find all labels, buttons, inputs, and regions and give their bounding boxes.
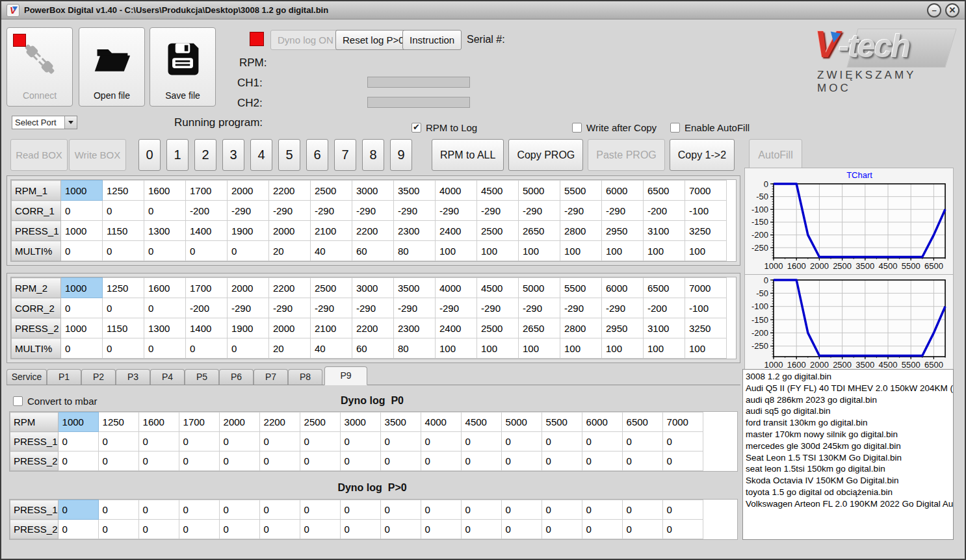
cell-MULTI%-14[interactable]: 100: [644, 241, 685, 261]
cell-PRESS_1-15[interactable]: 0: [662, 432, 703, 452]
cell-RPM-4[interactable]: 2000: [219, 413, 259, 432]
cell-PRESS_2-9[interactable]: 0: [421, 452, 461, 471]
cell-RPM-15[interactable]: 7000: [662, 413, 703, 432]
cell-MULTI%-1[interactable]: 0: [103, 241, 144, 261]
cell-RPM_2-12[interactable]: 5500: [560, 278, 602, 298]
cell-PRESS_2-2[interactable]: 0: [138, 520, 179, 539]
cell-CORR_2-14[interactable]: -200: [644, 298, 685, 318]
cell-PRESS_2-1[interactable]: 1150: [103, 318, 144, 338]
copy-prog-button[interactable]: Copy PROG: [508, 139, 583, 171]
program-number-button-7[interactable]: 7: [334, 139, 356, 171]
cell-PRESS_1-3[interactable]: 1400: [186, 221, 228, 241]
cell-CORR_2-5[interactable]: -290: [269, 298, 311, 318]
cell-PRESS_2-13[interactable]: 0: [582, 520, 622, 539]
program-number-button-1[interactable]: 1: [166, 139, 189, 171]
cell-PRESS_2-14[interactable]: 0: [622, 452, 662, 471]
cell-RPM_2-0[interactable]: 1000: [61, 278, 103, 298]
rpm-to-log-checkbox[interactable]: RPM to Log: [411, 122, 477, 133]
cell-PRESS_1-11[interactable]: 0: [501, 500, 542, 520]
cell-MULTI%-1[interactable]: 0: [103, 338, 144, 359]
cell-MULTI%-15[interactable]: 100: [685, 338, 727, 359]
tab-p1[interactable]: P1: [47, 369, 81, 385]
cell-PRESS_1-7[interactable]: 2200: [352, 221, 394, 241]
cell-RPM_2-14[interactable]: 6500: [644, 278, 685, 298]
cell-RPM-7[interactable]: 3000: [340, 413, 380, 432]
cell-PRESS_2-12[interactable]: 0: [542, 452, 582, 471]
enable-autofill-checkbox[interactable]: Enable AutoFill: [670, 122, 750, 133]
cell-PRESS_1-13[interactable]: 0: [582, 500, 622, 520]
cell-PRESS_2-7[interactable]: 0: [340, 452, 380, 471]
cell-PRESS_1-0[interactable]: 0: [58, 500, 98, 520]
cell-PRESS_1-15[interactable]: 0: [662, 500, 703, 520]
cell-CORR_2-1[interactable]: 0: [103, 298, 144, 318]
cell-CORR_2-12[interactable]: -290: [560, 298, 602, 318]
cell-PRESS_2-1[interactable]: 0: [98, 520, 138, 539]
program-number-button-6[interactable]: 6: [306, 139, 328, 171]
autofill-button[interactable]: AutoFill: [749, 139, 802, 171]
cell-PRESS_2-2[interactable]: 1300: [144, 318, 186, 338]
copy-1-2-button[interactable]: Copy 1->2: [670, 139, 735, 171]
cell-PRESS_2-7[interactable]: 2200: [352, 318, 394, 338]
cell-PRESS_1-6[interactable]: 2100: [311, 221, 352, 241]
cell-RPM_2-3[interactable]: 1700: [186, 278, 228, 298]
cell-RPM_1-8[interactable]: 3500: [394, 181, 436, 201]
cell-MULTI%-8[interactable]: 80: [394, 241, 436, 261]
cell-PRESS_2-8[interactable]: 2300: [394, 318, 436, 338]
cell-PRESS_1-2[interactable]: 0: [138, 500, 179, 520]
cell-PRESS_1-10[interactable]: 0: [461, 500, 501, 520]
cell-PRESS_1-6[interactable]: 0: [300, 500, 340, 520]
cell-CORR_1-7[interactable]: -290: [352, 201, 394, 221]
cell-PRESS_2-3[interactable]: 1400: [186, 318, 228, 338]
cell-PRESS_1-1[interactable]: 1150: [103, 221, 144, 241]
cell-MULTI%-4[interactable]: 0: [228, 338, 269, 359]
connect-button[interactable]: Connect: [7, 27, 73, 107]
cell-PRESS_2-13[interactable]: 0: [582, 452, 622, 471]
cell-CORR_1-15[interactable]: -100: [685, 201, 727, 221]
cell-MULTI%-11[interactable]: 100: [519, 338, 560, 359]
cell-RPM-14[interactable]: 6500: [622, 413, 662, 432]
cell-PRESS_2-11[interactable]: 0: [501, 452, 542, 471]
cell-PRESS_2-4[interactable]: 0: [219, 452, 259, 471]
file-list-item[interactable]: ford transit 130km go digital.bin: [746, 417, 953, 429]
tab-p5[interactable]: P5: [185, 369, 219, 385]
cell-PRESS_2-15[interactable]: 3250: [685, 318, 727, 338]
cell-PRESS_1-11[interactable]: 0: [501, 432, 542, 452]
write-after-copy-checkbox[interactable]: Write after Copy: [572, 122, 657, 133]
cell-PRESS_2-5[interactable]: 0: [259, 452, 300, 471]
cell-PRESS_1-11[interactable]: 2650: [519, 221, 560, 241]
cell-PRESS_2-4[interactable]: 1900: [228, 318, 269, 338]
cell-PRESS_2-0[interactable]: 1000: [61, 318, 103, 338]
cell-CORR_1-5[interactable]: -290: [269, 201, 311, 221]
cell-RPM_1-15[interactable]: 7000: [685, 181, 727, 201]
cell-PRESS_2-12[interactable]: 2800: [560, 318, 602, 338]
cell-MULTI%-0[interactable]: 0: [61, 241, 103, 261]
cell-PRESS_1-5[interactable]: 0: [259, 432, 300, 452]
cell-RPM_1-6[interactable]: 2500: [311, 181, 352, 201]
cell-MULTI%-9[interactable]: 100: [436, 338, 477, 359]
cell-RPM_1-2[interactable]: 1600: [144, 181, 186, 201]
cell-MULTI%-15[interactable]: 100: [685, 241, 727, 261]
cell-RPM-0[interactable]: 1000: [58, 413, 98, 432]
cell-CORR_1-3[interactable]: -200: [186, 201, 228, 221]
cell-MULTI%-0[interactable]: 0: [61, 338, 103, 359]
tab-p6[interactable]: P6: [219, 369, 254, 385]
read-box-button[interactable]: Read BOX: [10, 139, 68, 171]
cell-RPM-2[interactable]: 1600: [138, 413, 179, 432]
file-list-item[interactable]: Audi Q5 II (FY FL) 40 TDI MHEV 2.0 150kW…: [746, 383, 953, 394]
cell-RPM_1-9[interactable]: 4000: [436, 181, 477, 201]
cell-CORR_1-2[interactable]: 0: [144, 201, 186, 221]
cell-PRESS_2-10[interactable]: 0: [461, 452, 501, 471]
file-list-item[interactable]: toyota 1.5 go digital od obciążenia.bin: [746, 487, 953, 498]
cell-CORR_2-10[interactable]: -290: [477, 298, 519, 318]
tab-p9[interactable]: P9: [324, 366, 367, 385]
cell-MULTI%-12[interactable]: 100: [560, 241, 602, 261]
cell-RPM_2-2[interactable]: 1600: [144, 278, 186, 298]
cell-PRESS_2-7[interactable]: 0: [340, 520, 380, 539]
cell-RPM_1-14[interactable]: 6500: [644, 181, 685, 201]
cell-PRESS_2-1[interactable]: 0: [98, 452, 138, 471]
cell-RPM_2-5[interactable]: 2200: [269, 278, 311, 298]
file-list[interactable]: 3008 1.2 go digital.binAudi Q5 II (FY FL…: [742, 369, 954, 540]
cell-RPM_1-4[interactable]: 2000: [228, 181, 269, 201]
cell-RPM_2-13[interactable]: 6000: [602, 278, 644, 298]
instruction-button[interactable]: Instruction: [402, 30, 462, 50]
